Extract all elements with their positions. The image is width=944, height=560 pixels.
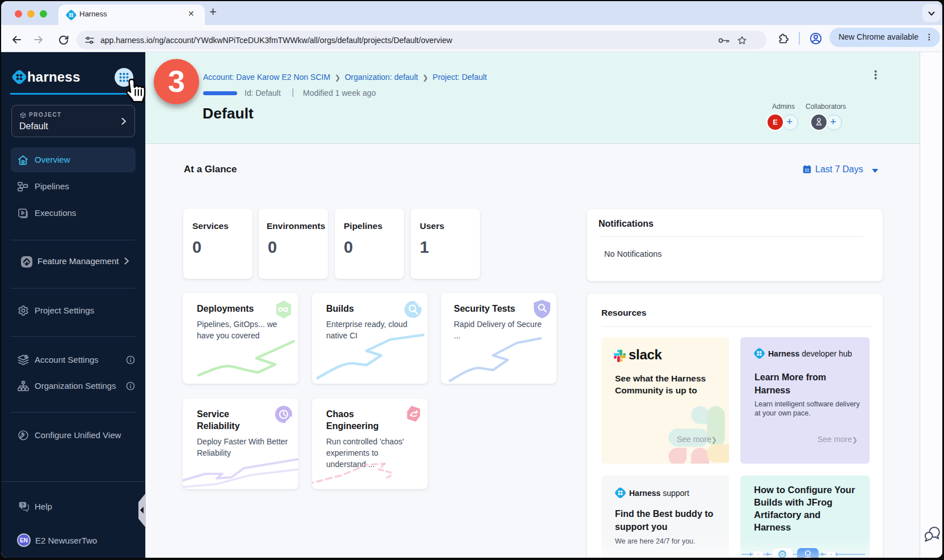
svg-text:?: ? — [21, 503, 24, 508]
